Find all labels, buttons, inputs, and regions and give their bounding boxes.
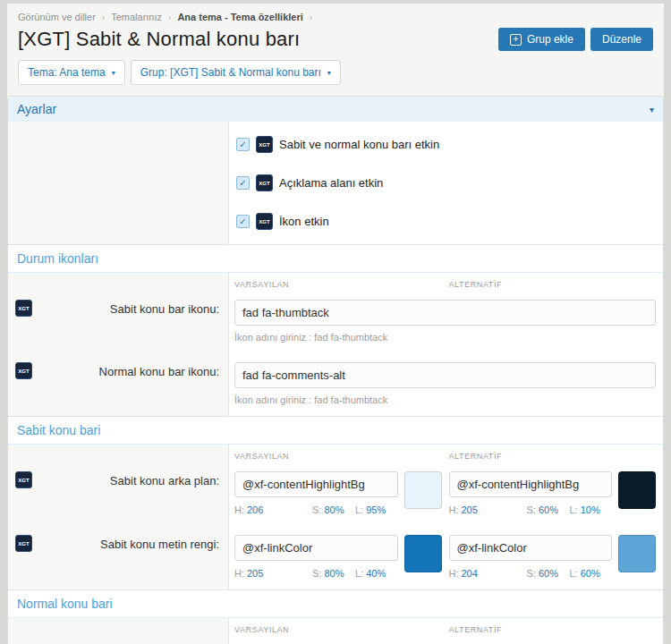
column-header-row: VARSAYILAN ALTERNATİF — [8, 618, 663, 636]
hsl-s-value: 60% — [539, 504, 558, 515]
chevron-down-icon: ▾ — [650, 105, 654, 114]
hsl-s-label: S: — [312, 568, 321, 579]
theme-dropdown[interactable]: Tema: Ana tema ▾ — [18, 60, 125, 85]
group-dropdown-label: Grup: [XGT] Sabit & Normal konu barı — [140, 66, 321, 79]
hsl-l-label: L: — [570, 504, 578, 515]
section-header-normal-bar: Normal konu bari — [8, 589, 663, 618]
hsl-s-value: 60% — [539, 568, 558, 579]
column-header-default: VARSAYILAN — [234, 625, 442, 634]
edit-label: Düzenle — [602, 33, 641, 46]
property-label: Sabit konu metin rengi: — [32, 535, 219, 551]
empty-label-cell — [8, 618, 229, 636]
column-header-alternative: ALTERNATİF — [449, 452, 657, 461]
hsl-l-value: 60% — [581, 568, 600, 579]
hsl-h-label: H: — [449, 568, 459, 579]
breadcrumb-item-styles[interactable]: Temalarınız — [111, 12, 162, 22]
checkbox-row-description-area: ✓ XGT Açıklama alanı etkin — [236, 174, 656, 191]
property-label: Normal konu bar ikonu: — [32, 362, 219, 378]
color-swatch[interactable] — [404, 471, 442, 509]
hsl-values: H:205 S:80% L:40% — [234, 568, 398, 579]
column-header-alternative: ALTERNATİF — [449, 280, 657, 289]
hsl-values: H:204 S:60% L:60% — [449, 568, 613, 579]
breadcrumb: Görünüm ve diller › Temalarınız › Ana te… — [7, 4, 664, 26]
input-hint: İkon adını giriniz : fad fa-thumbtack — [234, 394, 656, 405]
title-buttons: + Grup ekle Düzenle — [498, 28, 653, 51]
default-color-field: H:206 S:80% L:95% — [234, 471, 442, 515]
checkbox-label: İkon etkin — [279, 215, 329, 228]
fixed-text-default-input[interactable] — [234, 535, 398, 561]
fixed-bg-default-input[interactable] — [234, 471, 398, 497]
xgt-badge-icon: XGT — [256, 174, 273, 191]
hsl-l-value: 40% — [366, 568, 386, 579]
chevron-down-icon: ▾ — [327, 69, 331, 77]
admin-page: Görünüm ve diller › Temalarınız › Ana te… — [7, 4, 664, 644]
hsl-h-value: 205 — [247, 568, 263, 579]
hsl-s-value: 80% — [324, 568, 344, 579]
property-row-fixed-bar-text-color: XGT Sabit konu metin rengi: H:205 S:80% … — [8, 526, 663, 589]
status-icons-section-title: Durum ikonları — [17, 251, 98, 266]
xgt-badge-icon: XGT — [15, 471, 32, 488]
breadcrumb-separator: › — [310, 13, 312, 22]
page-title: [XGT] Sabit & Normal konu barı — [18, 28, 300, 51]
group-dropdown[interactable]: Grup: [XGT] Sabit & Normal konu barı ▾ — [131, 60, 341, 85]
checkbox-row-fixed-normal-bar: ✓ XGT Sabit ve normal konu barı etkin — [236, 136, 656, 153]
hsl-h-value: 204 — [462, 568, 478, 579]
hsl-h-value: 205 — [462, 504, 478, 515]
xgt-badge-icon: XGT — [15, 300, 32, 317]
default-color-field: H:205 S:80% L:40% — [234, 535, 442, 579]
add-group-label: Grup ekle — [527, 33, 573, 46]
breadcrumb-item-appearance[interactable]: Görünüm ve diller — [18, 12, 96, 22]
input-hint: İkon adını giriniz : fad fa-thumbtack — [234, 332, 656, 343]
hsl-s-label: S: — [527, 568, 536, 579]
theme-dropdown-label: Tema: Ana tema — [28, 66, 106, 79]
column-headers: VARSAYILAN ALTERNATİF — [229, 618, 663, 636]
hsl-l-value: 95% — [366, 504, 386, 515]
breadcrumb-item-style-properties[interactable]: Ana tema - Tema özellikleri — [177, 12, 302, 22]
title-row: [XGT] Sabit & Normal konu barı + Grup ek… — [7, 26, 664, 51]
fixed-bg-alt-input[interactable] — [449, 471, 613, 497]
fixed-bar-icon-input[interactable] — [234, 300, 656, 326]
section-header-status-icons: Durum ikonları — [8, 244, 663, 273]
alternative-color-field: H:204 S:60% L:60% — [449, 535, 657, 579]
property-label: Sabit konu bar ikonu: — [32, 300, 219, 316]
normal-bar-icon-input[interactable] — [234, 362, 656, 388]
checkbox-fixed-normal-bar[interactable]: ✓ — [236, 138, 250, 151]
column-header-alternative: ALTERNATİF — [449, 625, 657, 634]
normal-bar-section-title: Normal konu bari — [17, 597, 113, 611]
checkbox-label: Sabit ve normal konu barı etkin — [279, 138, 439, 151]
column-headers: VARSAYILAN ALTERNATİF — [229, 273, 663, 291]
empty-label-cell — [8, 273, 229, 291]
breadcrumb-separator: › — [102, 13, 105, 22]
hsl-l-value: 10% — [581, 504, 600, 515]
color-swatch[interactable] — [404, 535, 442, 572]
hsl-h-label: H: — [234, 568, 244, 579]
xgt-badge-icon: XGT — [15, 362, 32, 379]
settings-content: ✓ XGT Sabit ve normal konu barı etkin ✓ … — [229, 122, 663, 244]
filter-row: Tema: Ana tema ▾ Grup: [XGT] Sabit & Nor… — [7, 51, 664, 96]
hsl-l-label: L: — [355, 504, 363, 515]
hsl-s-label: S: — [527, 504, 536, 515]
checkbox-label: Açıklama alanı etkin — [279, 176, 383, 190]
checkbox-description-area[interactable]: ✓ — [236, 176, 250, 190]
column-header-default: VARSAYILAN — [234, 280, 442, 289]
fixed-text-alt-input[interactable] — [449, 535, 613, 561]
property-row-fixed-bar-background: XGT Sabit konu arka plan: H:206 S:80% L:… — [8, 462, 663, 526]
add-group-button[interactable]: + Grup ekle — [498, 28, 585, 51]
hsl-values: H:206 S:80% L:95% — [234, 504, 398, 515]
hsl-s-label: S: — [312, 504, 321, 515]
edit-button[interactable]: Düzenle — [590, 28, 653, 51]
fixed-bar-section-title: Sabit konu bari — [17, 423, 100, 437]
section-header-settings[interactable]: Ayarlar ▾ — [8, 97, 663, 122]
breadcrumb-separator: › — [168, 13, 171, 22]
color-swatch[interactable] — [618, 535, 656, 572]
settings-label-column — [8, 122, 229, 244]
settings-section-title: Ayarlar — [17, 102, 56, 116]
hsl-h-value: 206 — [247, 504, 263, 515]
column-header-row: VARSAYILAN ALTERNATİF — [8, 445, 663, 462]
hsl-l-label: L: — [355, 568, 363, 579]
hsl-l-label: L: — [570, 568, 578, 579]
empty-label-cell — [8, 445, 229, 462]
color-swatch[interactable] — [618, 471, 656, 509]
style-properties-block: Ayarlar ▾ ✓ XGT Sabit ve normal konu bar… — [7, 96, 664, 644]
checkbox-icon-enabled[interactable]: ✓ — [236, 215, 250, 228]
